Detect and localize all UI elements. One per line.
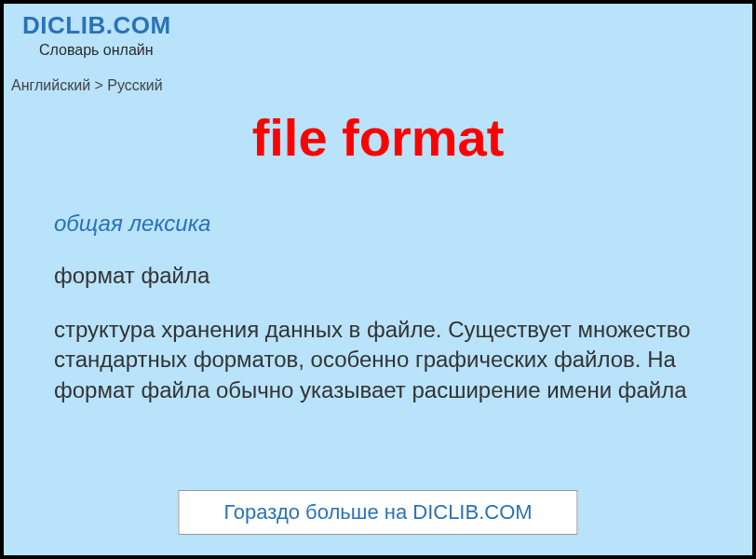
category-label: общая лексика <box>54 211 752 237</box>
headword: file format <box>4 107 752 168</box>
definition-short: формат файла <box>54 263 752 289</box>
fade-overlay <box>7 443 749 490</box>
breadcrumb[interactable]: Английский > Русский <box>11 77 752 94</box>
site-subtitle: Словарь онлайн <box>39 42 734 59</box>
more-on-diclib-button[interactable]: Гораздо больше на DICLIB.COM <box>178 490 577 535</box>
site-header: DICLIB.COM Словарь онлайн <box>4 4 752 61</box>
site-title[interactable]: DICLIB.COM <box>22 11 734 40</box>
definition-long: структура хранения данных в файле. Сущес… <box>54 315 702 405</box>
